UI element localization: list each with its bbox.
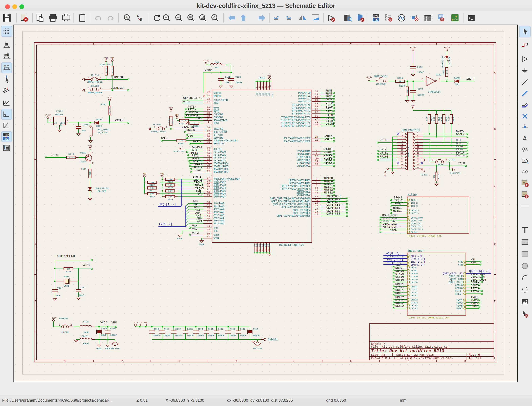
svg-text:In: In xyxy=(54,122,57,124)
svg-text:60: 60 xyxy=(315,96,318,99)
svg-text:2: 2 xyxy=(445,158,447,161)
svg-text:4.7K: 4.7K xyxy=(69,156,74,159)
svg-text:IRQ-5: IRQ-5 xyxy=(195,187,204,190)
svg-text:UCTS2: UCTS2 xyxy=(395,304,404,308)
svg-text:LEDABRT101: LEDABRT101 xyxy=(442,56,444,68)
svg-text:TCLK: TCLK xyxy=(458,162,465,165)
svg-text:B: B xyxy=(35,128,36,131)
svg-text:21: 21 xyxy=(207,118,210,121)
svg-text:100uF: 100uF xyxy=(253,334,260,337)
svg-text:10uH: 10uH xyxy=(83,331,88,334)
svg-text:88: 88 xyxy=(207,180,210,182)
svg-text:QSPI_CLK: QSPI_CLK xyxy=(471,272,485,276)
svg-text:QSPI_CS3: QSPI_CS3 xyxy=(326,212,340,215)
svg-text:44: 44 xyxy=(207,204,210,207)
svg-text:RSTO-: RSTO- xyxy=(51,154,59,157)
svg-text:21: 21 xyxy=(401,161,403,163)
svg-text:DS1818: DS1818 xyxy=(55,113,64,116)
svg-text:100nF: 100nF xyxy=(187,334,194,337)
svg-text:11: 11 xyxy=(315,139,318,141)
svg-text:UTXD0: UTXD0 xyxy=(324,148,333,151)
svg-text:1nF: 1nF xyxy=(82,129,86,132)
svg-text:+3.3V: +3.3V xyxy=(137,322,143,324)
svg-text:URTS1: URTS1 xyxy=(324,182,333,186)
svg-text:GNDA: GNDA xyxy=(105,347,110,350)
svg-text:2: 2 xyxy=(50,119,51,122)
svg-text:C109: C109 xyxy=(110,327,116,330)
svg-text:LED_RST101: LED_RST101 xyxy=(95,187,108,189)
svg-text:File: xilinx.kicad_sch: File: xilinx.kicad_sch xyxy=(408,235,442,238)
svg-text:IRQ-7: IRQ-7 xyxy=(466,77,475,80)
svg-text:23: 23 xyxy=(401,163,403,166)
svg-text:IRQ5/PNQ5: IRQ5/PNQ5 xyxy=(213,190,226,193)
svg-text:DDAT1: DDAT1 xyxy=(456,153,465,156)
svg-text:100: 100 xyxy=(314,158,319,160)
svg-text:100nF: 100nF xyxy=(240,334,247,337)
svg-text:R108: R108 xyxy=(438,117,440,121)
svg-text:VRL: VRL xyxy=(192,227,197,230)
svg-text:R112: R112 xyxy=(179,122,184,125)
svg-text:VRL: VRL xyxy=(471,258,476,261)
svg-text:AN0: AN0 xyxy=(193,200,198,203)
svg-text:URTS1: URTS1 xyxy=(411,294,418,297)
svg-text:4,7K: 4,7K xyxy=(182,120,187,122)
svg-text:R119: R119 xyxy=(150,184,155,186)
svg-text:JTAG_EN: JTAG_EN xyxy=(213,128,223,130)
svg-text:R107: R107 xyxy=(430,117,433,121)
svg-text:UCTS0: UCTS0 xyxy=(411,278,418,281)
svg-text:D102: D102 xyxy=(96,125,102,127)
svg-text:JUMPER: JUMPER xyxy=(61,331,69,334)
svg-text:4,7K: 4,7K xyxy=(433,117,435,121)
svg-text:+3.3V: +3.3V xyxy=(51,317,57,319)
svg-text:PST2: PST2 xyxy=(380,147,387,151)
svg-text:URTSD/CANTX/PUA2: URTSD/CANTX/PUA2 xyxy=(289,179,310,182)
svg-text:VDD: VDD xyxy=(144,322,147,324)
svg-text:10K: 10K xyxy=(168,178,172,181)
svg-text:DDAT0: DDAT0 xyxy=(193,160,202,163)
svg-text:25: 25 xyxy=(401,166,403,169)
svg-text:C110: C110 xyxy=(153,328,159,330)
svg-text:DTIN1: DTIN1 xyxy=(326,116,335,120)
svg-text:DDATA1/PDD5: DDATA1/PDD5 xyxy=(213,165,228,168)
svg-text:QSPI_CS3/SYNCA/SYNCB/PQS6: QSPI_CS3/SYNCA/SYNCB/PQS6 xyxy=(277,215,310,218)
svg-text:0: 0 xyxy=(194,122,195,124)
svg-text:URTS1/SYNCB/UTXD2/PUB2: URTS1/SYNCB/UTXD2/PUB2 xyxy=(281,185,310,188)
svg-text:4: 4 xyxy=(417,134,418,137)
svg-text:DDATA2/PDD6: DDATA2/PDD6 xyxy=(213,168,228,171)
svg-text:DSI: DSI xyxy=(456,139,461,142)
svg-text:PST0: PST0 xyxy=(190,148,197,152)
svg-text:D: D xyxy=(494,243,496,246)
svg-text:RSTI-: RSTI- xyxy=(380,139,388,142)
svg-text:PST2/PDD2: PST2/PDD2 xyxy=(213,156,226,159)
svg-text:53: 53 xyxy=(207,215,210,218)
svg-text:QSPI_CS[0..3]: QSPI_CS[0..3] xyxy=(443,272,463,275)
svg-text:URXD2: URXD2 xyxy=(411,298,418,301)
svg-text:AN0/PAN0: AN0/PAN0 xyxy=(213,202,224,205)
svg-text:12: 12 xyxy=(417,146,419,148)
svg-text:55: 55 xyxy=(269,85,271,87)
svg-text:UCTS1: UCTS1 xyxy=(411,291,418,294)
svg-text:C104: C104 xyxy=(417,87,423,90)
svg-text:48: 48 xyxy=(207,228,210,231)
svg-text:10pF: 10pF xyxy=(55,294,61,297)
svg-text:13: 13 xyxy=(401,149,403,151)
svg-text:URXD2: URXD2 xyxy=(324,162,333,165)
svg-text:7: 7 xyxy=(407,42,409,45)
svg-text:6: 6 xyxy=(100,77,101,79)
svg-text:20K: 20K xyxy=(406,89,408,93)
svg-text:DTIN3: DTIN3 xyxy=(326,122,335,125)
svg-text:VDD: VDD xyxy=(143,173,146,175)
svg-text:86: 86 xyxy=(207,146,210,149)
svg-text:UCTS2: UCTS2 xyxy=(411,307,418,310)
svg-text:Rev: 0: Rev: 0 xyxy=(469,353,480,357)
svg-text:CANRX: CANRX xyxy=(471,281,480,284)
svg-text:GLCK2: GLCK2 xyxy=(411,231,418,233)
svg-text:R??: R?? xyxy=(4,133,8,136)
svg-text:+: + xyxy=(5,89,6,92)
svg-text:8: 8 xyxy=(465,42,466,45)
svg-text:PWR_FLAG: PWR_FLAG xyxy=(111,348,119,349)
svg-text:CT101: CT101 xyxy=(449,159,456,161)
svg-text:PWM7: PWM7 xyxy=(471,304,478,308)
svg-text:DSO: DSO xyxy=(188,134,193,138)
svg-text:JUMPER_TRIPLE: JUMPER_TRIPLE xyxy=(87,81,102,83)
